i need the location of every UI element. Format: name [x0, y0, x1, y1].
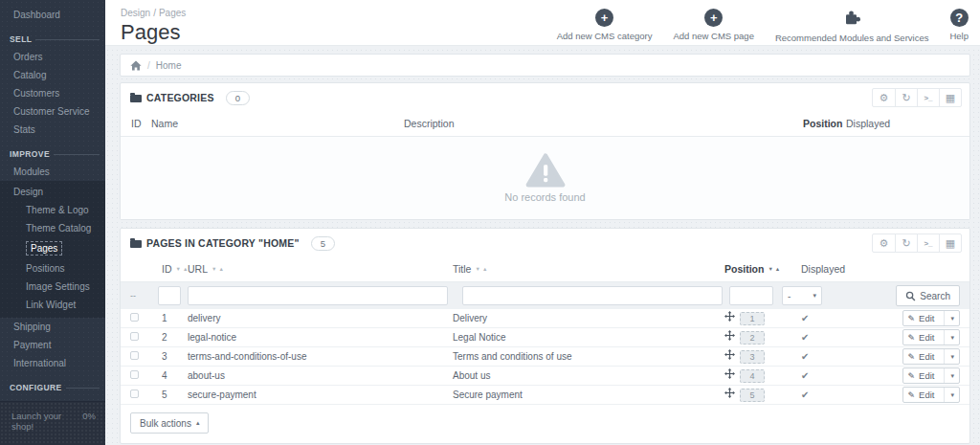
- launch-your-shop-bar[interactable]: Launch your shop! 0%: [0, 401, 105, 445]
- sql-query-icon[interactable]: >_: [917, 89, 939, 106]
- pencil-icon: ✎: [908, 333, 916, 343]
- sidebar-item-design[interactable]: Design: [0, 181, 105, 201]
- edit-button[interactable]: ✎Edit▾: [902, 367, 960, 384]
- position-badge[interactable]: 3: [740, 350, 765, 364]
- filter-url-input[interactable]: [188, 286, 448, 305]
- row-id: 4: [149, 370, 176, 381]
- row-url: about-us: [176, 370, 451, 381]
- table-row[interactable]: 2legal-noticeLegal Notice2✔✎Edit▾: [121, 328, 969, 347]
- edit-button[interactable]: ✎Edit▾: [902, 387, 960, 403]
- sidebar-item-label: IMPROVE: [10, 149, 50, 159]
- grid-icon[interactable]: ▦: [939, 234, 961, 252]
- edit-button-label: Edit: [919, 351, 934, 362]
- filter-all: --: [130, 291, 149, 300]
- sidebar-item-pages[interactable]: Pages: [0, 237, 105, 259]
- move-handle-icon[interactable]: [724, 388, 735, 398]
- edit-button-label: Edit: [919, 389, 934, 400]
- edit-dropdown-caret-icon[interactable]: ▾: [944, 330, 954, 345]
- filter-position-input[interactable]: [729, 286, 773, 305]
- filter-displayed-select[interactable]: - ▾: [782, 286, 822, 305]
- table-row[interactable]: 4about-usAbout us4✔✎Edit▾: [121, 367, 969, 386]
- sort-icon[interactable]: ▼▲: [212, 266, 226, 272]
- home-icon[interactable]: [130, 60, 142, 71]
- sort-icon[interactable]: ▼▲: [768, 266, 782, 272]
- sidebar-item-positions[interactable]: Positions: [0, 259, 105, 278]
- move-handle-icon[interactable]: [724, 330, 735, 341]
- edit-dropdown-caret-icon[interactable]: ▾: [944, 368, 954, 383]
- sidebar-heading-sell: SELL: [0, 31, 105, 48]
- sidebar-item-label: Dashboard: [13, 10, 60, 20]
- recommended-modules-button[interactable]: Recommended Modules and Services: [775, 9, 929, 43]
- refresh-icon[interactable]: ↻: [895, 89, 917, 106]
- column-header-position[interactable]: Position▼▲: [724, 263, 782, 275]
- column-header-description: Description: [402, 118, 803, 129]
- row-checkbox[interactable]: [130, 389, 139, 398]
- plus-circle-icon: +: [704, 9, 723, 27]
- empty-message: No records found: [504, 191, 585, 203]
- table-row[interactable]: 5secure-paymentSecure payment5✔✎Edit▾: [121, 386, 969, 405]
- sort-icon[interactable]: ▼▲: [475, 266, 489, 272]
- gear-icon[interactable]: ⚙: [873, 89, 895, 106]
- categories-panel-title: CATEGORIES 0: [130, 91, 250, 105]
- position-badge[interactable]: 5: [740, 389, 765, 402]
- breadcrumb-separator: /: [153, 8, 156, 18]
- grid-icon[interactable]: ▦: [939, 89, 961, 106]
- sql-query-icon[interactable]: >_: [917, 234, 939, 252]
- edit-button[interactable]: ✎Edit▾: [902, 348, 960, 365]
- position-badge[interactable]: 4: [740, 369, 765, 383]
- sidebar-item-theme-logo[interactable]: Theme & Logo: [0, 201, 105, 219]
- header-actions: +Add new CMS category+Add new CMS pageRe…: [557, 9, 969, 43]
- gear-icon[interactable]: ⚙: [873, 234, 895, 252]
- edit-dropdown-caret-icon[interactable]: ▾: [944, 388, 954, 402]
- sidebar-item-label: Shipping: [13, 322, 51, 332]
- categories-table-header: ID Name Description Position Displayed: [121, 111, 969, 137]
- sidebar-item-link-widget[interactable]: Link Widget: [0, 296, 105, 314]
- sidebar-item-label: Orders: [13, 52, 43, 62]
- column-header-title[interactable]: Title▼▲: [451, 263, 724, 275]
- sidebar-item-stats[interactable]: Stats: [0, 121, 105, 139]
- column-header-id[interactable]: ID▼▲: [149, 263, 176, 275]
- move-handle-icon[interactable]: [724, 349, 735, 360]
- row-checkbox[interactable]: [130, 370, 139, 379]
- add-new-cms-page-button[interactable]: +Add new CMS page: [673, 9, 754, 41]
- sidebar-item-theme-catalog[interactable]: Theme Catalog: [0, 219, 105, 237]
- sidebar-item-modules[interactable]: Modules: [0, 163, 105, 181]
- edit-dropdown-caret-icon[interactable]: ▾: [944, 349, 954, 364]
- header-action-label: Help: [949, 31, 969, 41]
- bulk-actions-button[interactable]: Bulk actions ▴: [130, 412, 209, 434]
- filter-title-input[interactable]: [462, 286, 723, 305]
- header-action-label: Add new CMS page: [673, 31, 754, 41]
- breadcrumb-section[interactable]: Design: [121, 8, 150, 18]
- sidebar-item-payment[interactable]: Payment: [0, 336, 105, 354]
- position-badge[interactable]: 1: [740, 312, 765, 325]
- sidebar-item-catalog[interactable]: Catalog: [0, 66, 105, 84]
- refresh-icon[interactable]: ↻: [895, 234, 917, 252]
- launch-your-shop-label: Launch your shop!: [11, 411, 82, 432]
- move-handle-icon[interactable]: [724, 368, 735, 379]
- edit-dropdown-caret-icon[interactable]: ▾: [944, 311, 954, 325]
- row-checkbox[interactable]: [130, 351, 139, 360]
- sidebar-item-customer-service[interactable]: Customer Service: [0, 102, 105, 121]
- sidebar-item-orders[interactable]: Orders: [0, 48, 105, 66]
- position-badge[interactable]: 2: [740, 331, 765, 345]
- row-title: Legal Notice: [451, 332, 724, 343]
- sidebar-item-shipping[interactable]: Shipping: [0, 318, 105, 336]
- sidebar-item-customers[interactable]: Customers: [0, 84, 105, 102]
- row-checkbox[interactable]: [130, 332, 139, 341]
- move-handle-icon[interactable]: [724, 311, 735, 322]
- column-header-url[interactable]: URL▼▲: [176, 263, 451, 275]
- edit-button[interactable]: ✎Edit▾: [902, 329, 960, 345]
- edit-button[interactable]: ✎Edit▾: [902, 310, 960, 326]
- sidebar-item-image-settings[interactable]: Image Settings: [0, 278, 105, 296]
- search-button[interactable]: Search: [896, 285, 960, 306]
- column-header-id: ID: [130, 118, 151, 129]
- sidebar-item-dashboard[interactable]: Dashboard: [0, 6, 105, 24]
- help-button[interactable]: ?Help: [949, 9, 969, 41]
- add-new-cms-category-button[interactable]: +Add new CMS category: [557, 9, 653, 41]
- table-row[interactable]: 1deliveryDelivery1✔✎Edit▾: [121, 309, 969, 328]
- sidebar-menu: DashboardSELLOrdersCatalogCustomersCusto…: [0, 0, 105, 401]
- sidebar-item-international[interactable]: International: [0, 354, 105, 372]
- row-checkbox[interactable]: [130, 313, 139, 322]
- table-row[interactable]: 3terms-and-conditions-of-useTerms and co…: [121, 347, 969, 367]
- breadcrumb-bar-home[interactable]: Home: [156, 60, 182, 71]
